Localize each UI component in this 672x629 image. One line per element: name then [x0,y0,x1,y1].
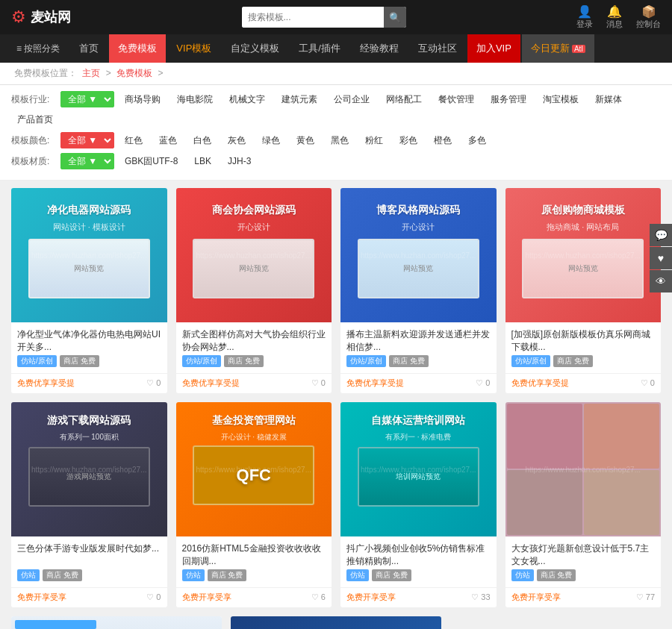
tag-type: 仿站/原创 [182,355,222,367]
category-select-all[interactable]: 全部 ▼ [60,91,114,107]
cat-10[interactable]: 新媒体 [589,92,628,107]
box-icon: 📦 [641,4,656,19]
card-5-info: 三色分体手游专业版发展时代如梦... 仿站 商店 免费 [11,536,167,587]
col-5[interactable]: 绿色 [256,133,286,148]
card-2-footer: 免费优享享受提 ♡ 0 [176,373,332,393]
card-2-thumb: 商会协会网站源码 开心设计 网站预览 https://www.huzhan.co… [176,188,332,322]
search-button[interactable]: 🔍 [384,7,406,28]
sidebar-view-btn[interactable]: 👁 [650,270,672,292]
nav-vip-template[interactable]: VIP模板 [167,34,220,63]
card-3-footer: 免费优享享受提 ♡ 0 [340,373,497,393]
col-3[interactable]: 白色 [187,133,217,148]
type-2[interactable]: LBK [188,154,217,168]
card-8-tags: 仿站 商店 免费 [511,569,656,581]
card-8-count: ♡ 77 [636,592,655,602]
card-2-title: 新式全图样仿高对大气协会组织行业协会网站梦... [182,328,326,352]
cat-2[interactable]: 海电影院 [171,92,219,107]
card-3-title: 播布主温新料欢迎源并发送通栏并发相信梦... [346,328,491,352]
header-notification[interactable]: 🔔 消息 [606,4,623,30]
card-4-info: [加强版]原创新版模板仿真乐网商城下载模... 仿站/原创 商店 免费 [505,322,662,373]
col-1[interactable]: 红色 [119,133,149,148]
sidebar-favorite-btn[interactable]: ♥ [650,247,672,269]
col-9[interactable]: 彩色 [393,133,423,148]
breadcrumb-home[interactable]: 主页 [82,68,100,78]
color-select-all[interactable]: 全部 ▼ [60,132,114,148]
col-4[interactable]: 灰色 [222,133,252,148]
col-6[interactable]: 黄色 [290,133,320,148]
col-7[interactable]: 黑色 [325,133,355,148]
card-5-count: ♡ 0 [146,592,161,602]
header-actions: 👤 登录 🔔 消息 📦 控制台 [576,4,661,30]
card-grid-3: https://www.huzhan.com/ishop27... 仿内涵吧网格… [11,616,661,629]
cat-11[interactable]: 产品首页 [11,112,59,128]
right-sidebar: 💬 ♥ 👁 [650,224,672,292]
col-2[interactable]: 蓝色 [153,133,183,148]
cat-4[interactable]: 建筑元素 [276,92,323,107]
col-11[interactable]: 多色 [462,133,492,148]
nav: ≡ 按照分类 首页 免费模板 VIP模板 自定义模板 工具/插件 经验教程 互动… [0,34,672,63]
cat-5[interactable]: 公司企业 [328,92,376,107]
card-6-download[interactable]: 免费开享受享 [182,592,231,603]
tag-type: 仿站/原创 [17,355,57,367]
nav-tools[interactable]: 工具/插件 [290,34,349,63]
nav-free-template[interactable]: 免费模板 [109,34,166,63]
cat-1[interactable]: 商场导购 [119,92,167,107]
card-5-download[interactable]: 免费开享受享 [17,592,66,603]
nav-category[interactable]: ≡ 按照分类 [7,34,69,63]
card-1-download[interactable]: 免费优享享受提 [17,378,75,389]
tag-type: 仿站 [511,569,534,581]
nav-tutorials[interactable]: 经验教程 [351,34,408,63]
card-3: 博客风格网站源码 开心设计 网站预览 https://www.huzhan.co… [340,188,497,393]
filter-area: 模板行业: 全部 ▼ 商场导购 海电影院 机械文字 建筑元素 公司企业 网络配工… [0,85,672,181]
search-bar: 🔍 [242,7,406,28]
card-9: https://www.huzhan.com/ishop27... 仿内涵吧网格… [11,616,222,629]
card-1: 净化电器网站源码 网站设计 · 模板设计 网站预览 https://www.hu… [11,188,167,393]
category-filter-row: 模板行业: 全部 ▼ 商场导购 海电影院 机械文字 建筑元素 公司企业 网络配工… [11,91,661,128]
tag-type: 仿站/原创 [346,355,386,367]
card-5-thumb: 游戏下载网站源码 有系列一 100面积 游戏网站预览 https://www.h… [11,402,167,536]
card-6-info: 2016仿新HTML5金融投资收收收收回期调... 仿站 商店 免费 [176,536,332,587]
card-7-footer: 免费开享受享 ♡ 33 [340,587,497,607]
color-label: 模板颜色: [11,134,56,147]
card-3-download[interactable]: 免费优享享受提 [346,378,404,389]
card-7-download[interactable]: 免费开享受享 [346,592,396,603]
main-content: 净化电器网站源码 网站设计 · 模板设计 网站预览 https://www.hu… [0,181,672,629]
col-8[interactable]: 粉红 [359,133,389,148]
nav-today[interactable]: 今日更新 AtI [522,34,594,63]
type-1[interactable]: GBK固UTF-8 [119,154,184,169]
cat-3[interactable]: 机械文字 [223,92,271,107]
tag-free: 商店 免费 [60,355,99,367]
card-2-download[interactable]: 免费优享享受提 [182,378,240,389]
tag-type: 仿站 [182,569,205,581]
card-3-count: ♡ 0 [476,378,490,388]
cat-7[interactable]: 餐饮管理 [432,92,480,107]
header-console[interactable]: 📦 控制台 [636,4,661,30]
card-8-download[interactable]: 免费开享受享 [511,592,561,603]
cat-9[interactable]: 淘宝模板 [537,92,585,107]
card-7-tags: 仿站 商店 免费 [346,569,491,581]
nav-community[interactable]: 互动社区 [409,34,466,63]
card-4-download[interactable]: 免费优享享受提 [511,378,569,389]
color-filter-row: 模板颜色: 全部 ▼ 红色 蓝色 白色 灰色 绿色 黄色 黑色 粉红 彩色 橙色… [11,132,661,148]
header-login[interactable]: 👤 登录 [576,4,593,30]
nav-custom-template[interactable]: 自定义模板 [222,34,288,63]
cat-6[interactable]: 网络配工 [380,92,428,107]
card-6: 基金投资管理网站 开心设计 · 稳健发展 QFC https://www.huz… [176,402,332,607]
card-1-title: 净化型业气体净化器仿电热电网站UI开关多... [17,328,161,352]
logo-icon: ⚙ [11,7,26,27]
breadcrumb-free[interactable]: 免费模板 [116,68,152,78]
nav-join-vip[interactable]: 加入VIP [467,34,520,63]
empty-slot [450,616,661,629]
type-select-all[interactable]: 全部 ▼ [60,153,114,169]
type-3[interactable]: JJH-3 [222,154,257,168]
tag-type: 仿站 [17,569,40,581]
card-8-footer: 免费开享受享 ♡ 77 [505,587,662,607]
col-10[interactable]: 橙色 [428,133,458,148]
nav-home[interactable]: 首页 [70,34,108,63]
card-7: 自媒体运营培训网站 有系列一 · 标准电费 培训网站预览 https://www… [340,402,497,607]
cat-8[interactable]: 服务管理 [485,92,532,107]
card-4-tags: 仿站/原创 商店 免费 [511,355,656,367]
card-1-count: ♡ 0 [146,378,161,388]
card-7-title: 抖广小视频创业创收5%仿销售标准推销精购制... [346,542,491,566]
search-input[interactable] [242,7,384,28]
